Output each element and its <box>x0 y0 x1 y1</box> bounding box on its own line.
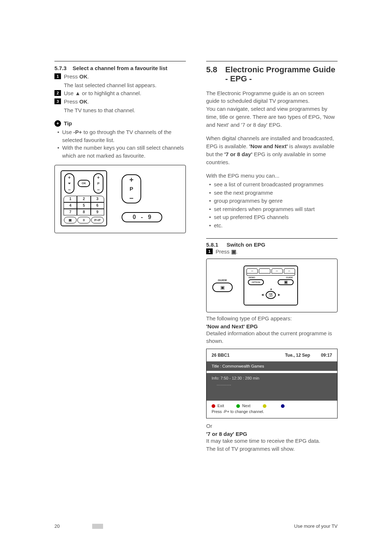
label: GUIDE <box>218 279 227 282</box>
yellow <box>263 404 269 408</box>
epg-now-next-box: 26 BBC1 Tue., 12 Sep 09:17 Title : Commo… <box>206 349 338 418</box>
n4: 4 <box>64 202 77 209</box>
t: Press <box>64 73 79 80</box>
n9: 9 <box>148 214 151 220</box>
heading-5-8: 5.8 Electronic Programme Guide - EPG - <box>206 65 338 84</box>
tb3: ▭ <box>271 268 283 274</box>
page-footer: 20 Use more of your TV <box>54 523 338 529</box>
n5: 5 <box>77 202 90 209</box>
step-badge-2: 2 <box>54 90 61 96</box>
n1: 1 <box>64 196 77 202</box>
minus: – <box>97 187 99 192</box>
or: Or <box>206 422 338 430</box>
t: . <box>87 98 89 105</box>
dpad: ▲ ◀ ▶ OK LIST <box>260 287 282 303</box>
intro: The Electronic Programme guide is an on … <box>206 89 338 129</box>
bar <box>246 274 295 276</box>
now-next-desc: Detailed information about the current p… <box>206 329 338 345</box>
step1-after: The last selected channel list appears. <box>64 81 186 89</box>
feat-0: see a list of current broadcasted progra… <box>206 181 338 189</box>
plus: + <box>129 176 134 184</box>
tip-icon: + <box>54 120 61 127</box>
guide-btn: ▣ <box>278 279 294 285</box>
sectxt: Select a channel from a favourite list <box>73 65 167 71</box>
plus: + <box>68 175 71 180</box>
secnum: 5.8.1 <box>206 242 225 248</box>
tb2 <box>259 268 270 274</box>
h2-num: 5.8 <box>206 65 217 74</box>
section-5-7-3-title: 5.7.3 Select a channel from a favourite … <box>54 65 186 71</box>
t: Press <box>216 248 231 255</box>
step-1: 1 Press OK. <box>54 73 186 81</box>
thumb-tab <box>92 524 103 529</box>
now-next-title: 'Now and Next' EPG <box>206 323 338 329</box>
guide-icon: ▣ <box>231 248 236 255</box>
step-3: 3 Press OK. <box>54 98 186 106</box>
epg-foot-text: Press -P+ to change channel. <box>212 409 332 414</box>
n0: 0 <box>77 217 90 223</box>
prog-rocker: + P – <box>93 173 103 194</box>
epg-date: Tue., 12 Sep <box>285 353 310 358</box>
option-btn: OPTION <box>248 279 264 285</box>
feat-5: etc. <box>206 222 338 230</box>
feat-1: see the next programme <box>206 189 338 197</box>
n7: 7 <box>64 209 77 215</box>
epg-channel: 26 BBC1 <box>212 353 229 358</box>
remote-top: ▭ ▭ ▭ DEMO GUIDE OPTION ▣ ▲ ◀ ▶ <box>244 266 298 305</box>
n6: 6 <box>91 202 104 209</box>
step3-after: The TV tunes to that channel. <box>64 106 186 114</box>
7-8-day-title: '7 or 8 day' EPG <box>206 431 338 437</box>
guide-label: GUIDE <box>286 276 293 279</box>
vol-rocker: + ⏷ – <box>64 173 74 194</box>
epg-header: 26 BBC1 Tue., 12 Sep 09:17 <box>207 349 337 361</box>
n3: 3 <box>91 196 104 202</box>
info: Info: 7:50 - 12:30 : 280 min <box>212 376 332 380</box>
dash: - <box>141 214 143 220</box>
kw: 'Now and Next' <box>249 143 287 149</box>
page-number: 20 <box>54 523 60 529</box>
kw: ▲ <box>75 90 81 96</box>
t: With the number keys you can still selec… <box>62 144 186 160</box>
step-badge-1: 1 <box>54 73 61 79</box>
featlead: With the EPG menu you can... <box>206 172 338 180</box>
tip-bullet-2: With the number keys you can still selec… <box>54 144 186 160</box>
t: Use <box>64 90 75 96</box>
section-5-8-1-title: 5.8.1 Switch on EPG <box>206 242 338 248</box>
kw: '7 or 8 day' <box>224 151 252 157</box>
green-dot-icon <box>236 404 240 408</box>
after-guide: The following type of EPG appears: <box>206 315 338 323</box>
next: Next <box>236 404 250 408</box>
demo-label: DEMO <box>249 276 255 279</box>
callout-0-9: 0 - 9 <box>122 212 162 222</box>
right-arrow-icon: ▶ <box>278 293 280 296</box>
t: Press <box>64 98 79 105</box>
kw: OK <box>79 73 88 80</box>
minus: – <box>68 187 70 192</box>
step-1-581: 1 Press ▣. <box>206 248 338 256</box>
up-arrow-icon: ▲ <box>270 287 273 291</box>
feat-3: set reminders when programmes will start <box>206 205 338 214</box>
red-dot-icon <box>212 404 215 408</box>
blue-dot-icon <box>281 404 285 408</box>
remote-body: + ⏷ – OK + P – 1 2 3 <box>61 170 107 226</box>
secnum: 5.7.3 <box>54 65 66 71</box>
pip: P≡P <box>91 217 104 223</box>
kw: OK <box>79 98 88 105</box>
p1: The Electronic Programme guide is an on … <box>206 90 324 104</box>
step-badge-3: 3 <box>54 98 61 104</box>
n9: 9 <box>91 209 104 215</box>
section-name: Use more of your TV <box>294 523 338 529</box>
vol-icon: ⏷ <box>68 182 71 185</box>
rule <box>54 61 186 61</box>
p: P <box>130 186 133 192</box>
tip-bullet-1: Use -P+ to go through the TV channels of… <box>54 128 186 144</box>
epg-info: Info: 7:50 - 12:30 : 280 min .......... <box>207 373 337 401</box>
ok-btn: OK <box>78 180 90 187</box>
exit: Exit <box>212 404 224 408</box>
p: P <box>97 182 99 185</box>
n0: 0 <box>132 214 136 220</box>
7-8-day-l2: The list of TV programmes will show. <box>206 445 338 453</box>
numpad: 1 2 3 4 5 6 7 8 9 <box>64 196 104 215</box>
callouts: + P – 0 - 9 <box>122 174 162 222</box>
ok-btn: OK LIST <box>266 291 276 299</box>
